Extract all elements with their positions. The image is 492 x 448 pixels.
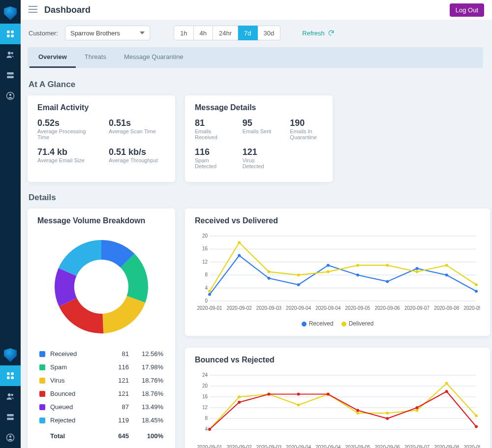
legend-name: Total [50, 432, 99, 440]
card-volume-breakdown: Message Volume Breakdown Received8112.56… [28, 209, 175, 448]
grid-icon [6, 371, 15, 380]
svg-point-53 [416, 267, 419, 270]
svg-text:2020-09-06: 2020-09-06 [375, 305, 400, 311]
legend-pct: 18.76% [129, 390, 163, 397]
svg-point-52 [386, 280, 389, 283]
sidebar-item-account[interactable] [0, 86, 21, 106]
legend-row-bounced: Bounced12118.76% [37, 387, 165, 400]
svg-text:24: 24 [202, 372, 208, 378]
svg-text:2020-09-04: 2020-09-04 [286, 445, 311, 448]
legend-pct: 17.98% [129, 363, 163, 371]
svg-text:2020-09-03: 2020-09-03 [256, 445, 282, 448]
svg-point-99 [238, 401, 241, 404]
range-button-1h[interactable]: 1h [174, 26, 193, 40]
svg-text:4: 4 [205, 426, 208, 432]
svg-rect-19 [7, 418, 14, 420]
svg-text:2020-09-05: 2020-09-05 [345, 445, 371, 448]
svg-text:2020-09-02: 2020-09-02 [227, 305, 252, 311]
svg-text:2020-09-07: 2020-09-07 [404, 305, 430, 311]
svg-point-96 [445, 382, 448, 385]
card-received-delivered: Received vs Delivered 0481216202020-09-0… [185, 209, 490, 336]
line-chart-bounced-rejected: 48121620242020-09-012020-09-022020-09-03… [195, 370, 480, 448]
menu-toggle-icon[interactable] [29, 6, 37, 14]
toolbar: Customer: Sparrow Brothers 1h4h24hr7d30d… [21, 20, 492, 40]
tabs: OverviewThreatsMessage Quarantine [28, 47, 483, 68]
legend-swatch [39, 378, 45, 384]
range-button-4h[interactable]: 4h [194, 26, 213, 40]
refresh-button[interactable]: Refresh [302, 30, 335, 37]
legend-entry-received: Received [302, 320, 334, 327]
card-title-recv-deliv: Received vs Delivered [195, 216, 480, 225]
stat-value: 116 [195, 147, 228, 157]
legend-swatch [39, 391, 45, 397]
stat-value: 0.52s [37, 118, 94, 128]
sidebar-logo[interactable] [0, 3, 21, 24]
tab-overview[interactable]: Overview [30, 47, 76, 68]
svg-point-102 [327, 393, 330, 396]
stat-label: Emails In Quarantine [290, 128, 323, 140]
users-icon [6, 50, 15, 59]
svg-text:16: 16 [202, 246, 208, 251]
svg-point-48 [267, 277, 270, 280]
svg-point-4 [8, 52, 11, 55]
user-circle-icon [6, 433, 15, 442]
legend-swatch [39, 404, 45, 410]
sidebar-item-servers-footer[interactable] [0, 407, 21, 427]
svg-point-46 [208, 293, 211, 296]
customer-select[interactable]: Sparrow Brothers [65, 26, 150, 40]
svg-point-11 [9, 94, 12, 96]
svg-text:2020-09-04: 2020-09-04 [315, 445, 341, 448]
sidebar-logo-footer[interactable] [0, 345, 21, 365]
svg-rect-15 [11, 377, 14, 379]
legend-row-spam: Spam11617.98% [37, 360, 165, 374]
legend-pct: 100% [129, 432, 163, 440]
topbar: Dashboard Log Out [21, 0, 492, 20]
svg-point-21 [8, 418, 9, 419]
tab-threats[interactable]: Threats [76, 47, 115, 68]
chevron-down-icon [140, 31, 145, 34]
sidebar-item-users-footer[interactable] [0, 386, 21, 407]
legend-pct: 18.45% [129, 417, 163, 424]
time-range-group: 1h4h24hr7d30d [174, 26, 280, 40]
svg-rect-18 [7, 414, 14, 417]
legend-count: 119 [99, 417, 129, 424]
sidebar-item-users[interactable] [0, 44, 21, 65]
svg-point-91 [297, 404, 300, 407]
svg-point-17 [11, 394, 14, 396]
server-icon [6, 413, 15, 421]
svg-point-63 [416, 270, 419, 273]
sidebar-item-dashboard-footer[interactable] [0, 365, 21, 386]
legend-count: 116 [99, 363, 129, 371]
stat-value: 81 [195, 118, 228, 128]
svg-rect-7 [7, 76, 14, 79]
stat-value: 121 [243, 147, 276, 157]
svg-point-101 [297, 393, 300, 396]
legend-name: Received [50, 350, 99, 358]
sidebar-item-dashboard[interactable] [0, 24, 21, 44]
svg-text:0: 0 [205, 298, 208, 303]
donut-chart [50, 235, 153, 338]
logout-button[interactable]: Log Out [450, 3, 484, 17]
tab-message-quarantine[interactable]: Message Quarantine [115, 47, 192, 68]
svg-point-103 [356, 409, 359, 412]
svg-point-104 [386, 417, 389, 420]
sidebar-item-account-footer[interactable] [0, 427, 21, 448]
legend-count: 121 [99, 377, 129, 384]
stat-label: Average Processing Time [37, 128, 94, 140]
range-button-7d[interactable]: 7d [238, 26, 257, 40]
stat-value: 190 [290, 118, 323, 128]
svg-rect-14 [7, 377, 9, 379]
refresh-icon [328, 30, 335, 36]
stat-label: Emails Sent [243, 128, 276, 134]
svg-point-62 [386, 264, 389, 267]
sidebar-item-servers[interactable] [0, 65, 21, 86]
legend-row-rejected: Rejected11918.45% [37, 414, 165, 427]
range-button-30d[interactable]: 30d [258, 26, 281, 40]
server-icon [6, 71, 15, 80]
svg-point-58 [267, 270, 270, 273]
svg-rect-0 [7, 30, 9, 33]
range-button-24hr[interactable]: 24hr [213, 26, 238, 40]
svg-point-98 [208, 428, 211, 431]
stat-label: Average Email Size [37, 157, 94, 163]
legend-swatch [39, 433, 45, 439]
